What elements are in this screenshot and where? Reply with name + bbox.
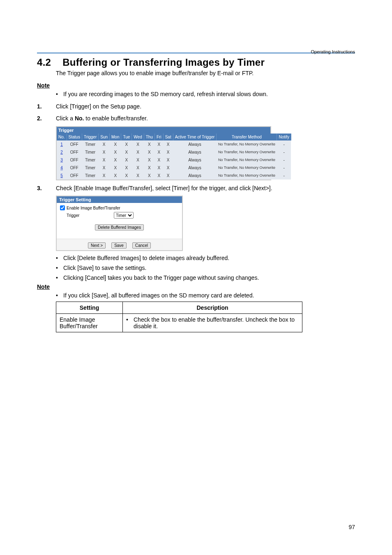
trigger-day: X bbox=[110, 148, 121, 156]
step3-bullet-2: Click [Save] to save the settings. bbox=[63, 264, 146, 272]
trigger-type: Timer bbox=[82, 164, 98, 172]
trigger-day: X bbox=[163, 156, 173, 164]
trigger-select-label: Trigger bbox=[60, 213, 114, 218]
note-label-1: Note bbox=[37, 82, 355, 89]
trigger-select[interactable]: Timer bbox=[114, 212, 134, 219]
trigger-day: X bbox=[163, 172, 173, 180]
step-1: 1. Click [Trigger] on the Setup page. bbox=[37, 103, 355, 111]
trigger-day: X bbox=[132, 148, 144, 156]
trigger-status: OFF bbox=[67, 164, 82, 172]
trigger-table-row: 2OFFTimerXXXXXXXAlwaysNo Transfer, No Me… bbox=[57, 148, 291, 156]
trigger-day: X bbox=[144, 140, 154, 148]
trigger-no-link[interactable]: 2 bbox=[57, 148, 67, 156]
trigger-day: X bbox=[132, 164, 144, 172]
trigger-notify: - bbox=[277, 156, 291, 164]
trigger-no-link[interactable]: 4 bbox=[57, 164, 67, 172]
settings-cell-name: Enable Image Buffer/Transfer bbox=[56, 313, 123, 332]
bullet-icon: • bbox=[56, 292, 63, 300]
trigger-type: Timer bbox=[82, 148, 98, 156]
th-active: Active Time of Trigger bbox=[173, 134, 217, 140]
note-2-text: If you click [Save], all buffered images… bbox=[63, 292, 254, 300]
trigger-no-link[interactable]: 1 bbox=[57, 140, 67, 148]
trigger-day: X bbox=[163, 164, 173, 172]
th-trigger: Trigger bbox=[82, 134, 98, 140]
bullet-icon: • bbox=[56, 274, 63, 282]
trigger-day: X bbox=[154, 156, 163, 164]
th-status: Status bbox=[67, 134, 82, 140]
trigger-type: Timer bbox=[82, 156, 98, 164]
trigger-table-caption: Trigger bbox=[57, 127, 270, 134]
settings-row: Enable Image Buffer/Transfer • Check the… bbox=[56, 313, 302, 332]
trigger-day: X bbox=[144, 156, 154, 164]
trigger-setting-figure: Trigger Setting Enable Image Buffer/Tran… bbox=[56, 196, 355, 251]
trigger-day: X bbox=[132, 140, 144, 148]
trigger-day: X bbox=[154, 148, 163, 156]
trigger-method: No Transfer, No Memory Overwrite bbox=[217, 140, 277, 148]
th-notify: Notify bbox=[277, 134, 291, 140]
trigger-no-link[interactable]: 5 bbox=[57, 172, 67, 180]
trigger-day: X bbox=[110, 172, 121, 180]
trigger-day: X bbox=[110, 156, 121, 164]
trigger-day: X bbox=[99, 172, 110, 180]
section-title: 4.2 Buffering or Transferring Images by … bbox=[37, 57, 355, 68]
th-fri: Fri bbox=[154, 134, 163, 140]
step3-bullet-1: Click [Delete Buffered Images] to delete… bbox=[63, 254, 229, 263]
trigger-setting-caption: Trigger Setting bbox=[57, 196, 182, 203]
trigger-day: X bbox=[132, 172, 144, 180]
trigger-table-row: 4OFFTimerXXXXXXXAlwaysNo Transfer, No Me… bbox=[57, 164, 291, 172]
trigger-day: X bbox=[121, 164, 132, 172]
trigger-day: X bbox=[154, 140, 163, 148]
trigger-method: No Transfer, No Memory Overwrite bbox=[217, 172, 277, 180]
trigger-day: X bbox=[110, 164, 121, 172]
trigger-day: X bbox=[154, 164, 163, 172]
trigger-method: No Transfer, No Memory Overwrite bbox=[217, 164, 277, 172]
trigger-active: Always bbox=[173, 172, 217, 180]
step-1-text: Click [Trigger] on the Setup page. bbox=[56, 103, 355, 111]
trigger-day: X bbox=[99, 164, 110, 172]
step-3: 3. Check [Enable Image Buffer/Transfer],… bbox=[37, 184, 355, 193]
trigger-day: X bbox=[121, 148, 132, 156]
step-3-text: Check [Enable Image Buffer/Transfer], se… bbox=[56, 184, 355, 193]
trigger-notify: - bbox=[277, 148, 291, 156]
trigger-notify: - bbox=[277, 172, 291, 180]
th-thu: Thu bbox=[144, 134, 154, 140]
bullet-icon: • bbox=[56, 264, 63, 272]
trigger-day: X bbox=[121, 156, 132, 164]
header-rule bbox=[37, 53, 355, 53]
trigger-day: X bbox=[144, 164, 154, 172]
th-no: No. bbox=[57, 134, 67, 140]
bullet-icon: • bbox=[126, 316, 134, 329]
settings-th-setting: Setting bbox=[56, 302, 123, 313]
trigger-notify: - bbox=[277, 140, 291, 148]
trigger-day: X bbox=[99, 140, 110, 148]
settings-desc-text: Check the box to enable the buffer/trans… bbox=[134, 316, 299, 329]
trigger-active: Always bbox=[173, 148, 217, 156]
trigger-day: X bbox=[144, 148, 154, 156]
trigger-table-row: 3OFFTimerXXXXXXXAlwaysNo Transfer, No Me… bbox=[57, 156, 291, 164]
trigger-day: X bbox=[154, 172, 163, 180]
settings-cell-desc: • Check the box to enable the buffer/tra… bbox=[123, 313, 302, 332]
th-mon: Mon bbox=[110, 134, 121, 140]
next-button[interactable]: Next > bbox=[88, 242, 106, 249]
trigger-day: X bbox=[163, 140, 173, 148]
trigger-day: X bbox=[121, 172, 132, 180]
th-sat: Sat bbox=[163, 134, 173, 140]
delete-buffered-images-button[interactable]: Delete Buffered Images bbox=[95, 224, 144, 230]
bullet-icon: • bbox=[56, 90, 63, 99]
th-wed: Wed bbox=[132, 134, 144, 140]
trigger-no-link[interactable]: 3 bbox=[57, 156, 67, 164]
trigger-status: OFF bbox=[67, 140, 82, 148]
save-button[interactable]: Save bbox=[111, 242, 127, 249]
enable-label: Enable Image Buffer/Transfer bbox=[67, 206, 120, 210]
step-2-number: 2. bbox=[37, 115, 56, 123]
note-1-body: • If you are recording images to the SD … bbox=[56, 90, 355, 99]
trigger-active: Always bbox=[173, 140, 217, 148]
enable-checkbox[interactable] bbox=[60, 205, 65, 210]
note-1-text: If you are recording images to the SD me… bbox=[63, 90, 268, 99]
note-label-2: Note bbox=[37, 283, 355, 290]
th-tue: Tue bbox=[121, 134, 132, 140]
trigger-day: X bbox=[163, 148, 173, 156]
trigger-method: No Transfer, No Memory Overwrite bbox=[217, 148, 277, 156]
cancel-button[interactable]: Cancel bbox=[132, 242, 151, 249]
trigger-day: X bbox=[132, 156, 144, 164]
